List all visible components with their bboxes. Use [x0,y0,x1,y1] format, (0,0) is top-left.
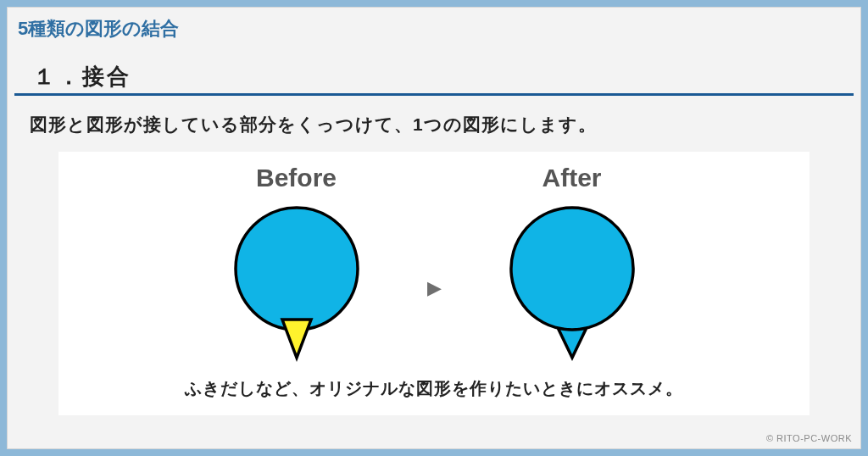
after-label: After [542,164,601,192]
after-shape-icon [496,201,648,370]
example-row: Before ▶ After [75,164,793,370]
svg-point-0 [236,208,358,330]
copyright-text: © RITO-PC-WORK [766,433,852,443]
arrow-icon: ▶ [427,277,442,299]
example-card: Before ▶ After ふきだしなど、オリジナルな図形を作りたいときにオス… [58,152,810,415]
section-description: 図形と図形が接している部分をくっつけて、1つの図形にします。 [8,96,860,136]
after-column: After [462,164,682,370]
before-column: Before [186,164,407,370]
section-title: 接合 [82,64,131,89]
section-heading: １．接合 [14,62,854,92]
section-heading-row: １．接合 [14,62,854,96]
page-container: 5種類の図形の結合 １．接合 図形と図形が接している部分をくっつけて、1つの図形… [7,7,861,449]
example-caption: ふきだしなど、オリジナルな図形を作りたいときにオススメ。 [75,377,793,400]
page-title: 5種類の図形の結合 [8,8,860,47]
before-shape-icon [220,201,373,370]
before-label: Before [256,164,337,192]
section-number: １． [33,64,82,89]
svg-marker-1 [282,320,311,358]
